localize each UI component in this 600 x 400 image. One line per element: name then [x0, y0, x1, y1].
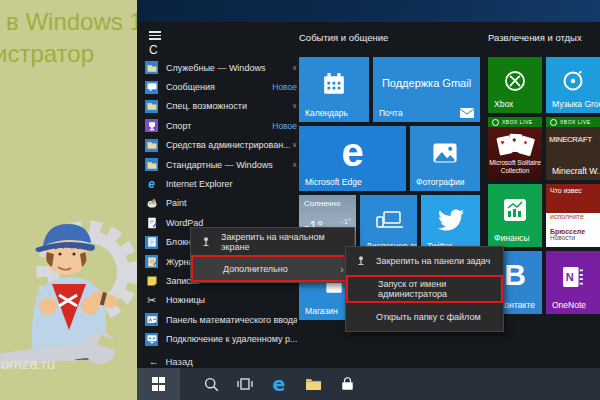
menu-item-label: Дополнительно — [223, 264, 288, 274]
folder-icon — [145, 100, 158, 113]
svg-text:♠: ♠ — [512, 136, 516, 143]
windows-logo-icon — [152, 377, 166, 391]
menu-item-pin-to-taskbar[interactable]: Закрепить на панели задач — [346, 247, 503, 275]
app-item-spec-vozmozhnosti[interactable]: Спец. возможности∨ — [145, 97, 297, 116]
task-view-button[interactable] — [228, 368, 262, 400]
menu-item-more[interactable]: Дополнительно › — [191, 255, 354, 282]
app-label: Средства администрирован... — [166, 140, 290, 150]
hamburger-menu-icon[interactable] — [149, 31, 161, 40]
app-item-soobshcheniya[interactable]: СообщенияНовое — [145, 77, 297, 96]
app-list: Служебные — Windows∨СообщенияНовоеСпец. … — [145, 58, 297, 349]
xbox-live-ball-icon — [550, 119, 557, 126]
new-badge: Новое — [272, 121, 297, 131]
promo-panel: в Windows 10 · истратор — [0, 0, 137, 400]
notepad-icon — [145, 236, 158, 249]
sport-icon — [145, 119, 158, 132]
start-button[interactable] — [137, 368, 180, 400]
start-menu: C Служебные — Windows∨СообщенияНовоеСпец… — [137, 22, 600, 368]
menu-item-pin-to-start[interactable]: Закрепить на начальном экране — [191, 228, 354, 255]
tile-onenote[interactable]: N OneNote — [546, 251, 600, 314]
envelope-icon — [460, 108, 474, 118]
pin-icon — [200, 236, 212, 248]
news-headline-3: Брюсселе — [550, 228, 585, 235]
tile-xbox[interactable]: Xbox — [488, 57, 542, 113]
app-label: Internet Explorer — [166, 179, 297, 189]
store-bag-icon — [340, 377, 355, 392]
tile-label: Почта — [379, 108, 403, 118]
photos-icon — [432, 143, 458, 164]
minecraft-logo: MINECRAFT — [549, 135, 592, 144]
folder-icon — [145, 158, 158, 171]
rdp-icon — [145, 333, 158, 346]
tile-label: Minecraft W... — [552, 166, 600, 176]
tile-label: Фотографии — [416, 177, 465, 187]
app-label: Служебные — Windows — [166, 63, 290, 73]
tile-mail[interactable]: Поддержка Gmail Почта — [373, 57, 480, 122]
taskbar: e — [137, 368, 600, 400]
back-button[interactable]: ← Назад — [149, 356, 193, 367]
search-button[interactable] — [194, 368, 228, 400]
group-header-entertainment[interactable]: Развлечения и отдых — [488, 32, 582, 43]
store-taskbar-button[interactable] — [330, 368, 364, 400]
app-item-paint[interactable]: Paint — [145, 194, 297, 213]
edge-icon: e — [273, 373, 286, 395]
tile-news[interactable]: Что извес исполните Новости Брюсселе — [546, 184, 600, 247]
finance-chart-icon — [503, 198, 527, 222]
app-label: Панель математического ввода — [166, 315, 297, 325]
menu-item-run-as-administrator[interactable]: Запуск от имени администратора — [346, 275, 503, 303]
journal-icon — [145, 255, 158, 268]
news-label: Новости — [550, 234, 575, 241]
menu-item-open-file-location[interactable]: Открыть папку с файлом — [346, 303, 503, 331]
app-item-internet-explorer[interactable]: eInternet Explorer — [145, 174, 297, 193]
app-item-sluzhebnye-windows[interactable]: Служебные — Windows∨ — [145, 58, 297, 77]
app-label: Сообщения — [166, 82, 270, 92]
svg-text:N: N — [566, 272, 574, 284]
weather-condition: Солнечно — [304, 199, 340, 208]
messaging-icon — [145, 81, 158, 94]
watermark: omza.ru — [1, 355, 55, 372]
menu-item-label: Запуск от имени администратора — [378, 279, 501, 299]
tile-solitaire[interactable]: XBOX LIVE ♥ ♠ ♦ Microsoft Solitaire Coll… — [488, 117, 542, 180]
news-headline-2: исполните — [550, 213, 584, 220]
app-item-panel-matematicheskogo-vvoda[interactable]: Панель математического ввода — [145, 310, 297, 329]
app-item-sredstva-administrirovaniya[interactable]: Средства администрирован...∨ — [145, 136, 297, 155]
app-item-podklyuchenie-k-udalennomu[interactable]: Подключение к удаленному р... — [145, 329, 297, 348]
news-headline-1: Что извес — [546, 184, 600, 213]
file-explorer-button[interactable] — [296, 368, 330, 400]
tile-finance[interactable]: Финансы — [488, 184, 542, 247]
chevron-down-icon: ∨ — [292, 141, 297, 149]
app-item-nozhnitsy[interactable]: ✂Ножницы — [145, 291, 297, 310]
weather-high: -1° — [341, 217, 351, 226]
chevron-up-icon: ∧ — [292, 161, 297, 169]
xbox-live-banner: XBOX LIVE — [546, 117, 600, 127]
search-icon — [204, 377, 219, 392]
back-label: Назад — [166, 356, 193, 367]
edge-logo-icon: e — [341, 130, 363, 175]
context-menu: Закрепить на начальном экране Дополнител… — [190, 227, 355, 283]
alphabet-section-header[interactable]: C — [149, 43, 158, 57]
folder-icon — [145, 61, 158, 74]
tile-photos[interactable]: Фотографии — [410, 126, 480, 191]
edge-taskbar-button[interactable]: e — [262, 368, 296, 400]
promo-title-line1: в Windows 10 · — [6, 8, 137, 36]
app-item-standartnye-windows[interactable]: Стандартные — Windows∧ — [145, 155, 297, 174]
folder-icon — [145, 139, 158, 152]
group-header-events[interactable]: События и общение — [299, 32, 388, 43]
tile-label: Календарь — [305, 108, 348, 118]
app-label: Paint — [166, 198, 297, 208]
back-arrow-icon: ← — [149, 356, 159, 367]
tile-minecraft[interactable]: XBOX LIVE MINECRAFT Minecraft W... — [546, 117, 600, 180]
file-explorer-icon — [305, 377, 322, 391]
tile-label: OneNote — [552, 300, 586, 310]
playing-cards-icon: ♥ ♠ ♦ — [495, 130, 535, 160]
app-label: Спорт — [166, 121, 270, 131]
app-item-sport[interactable]: СпортНовое — [145, 116, 297, 135]
context-submenu: Закрепить на панели задач Запуск от имен… — [345, 246, 504, 332]
tile-microsoft-edge[interactable]: e Microsoft Edge — [299, 126, 406, 191]
menu-item-label: Открыть папку с файлом — [376, 312, 481, 322]
mail-live-text: Поддержка Gmail — [373, 77, 480, 89]
tile-groove-music[interactable]: Музыка Groove — [546, 57, 600, 113]
tile-calendar[interactable]: Календарь — [299, 57, 369, 122]
paint-icon — [145, 197, 158, 210]
wordpad-icon — [145, 216, 158, 229]
